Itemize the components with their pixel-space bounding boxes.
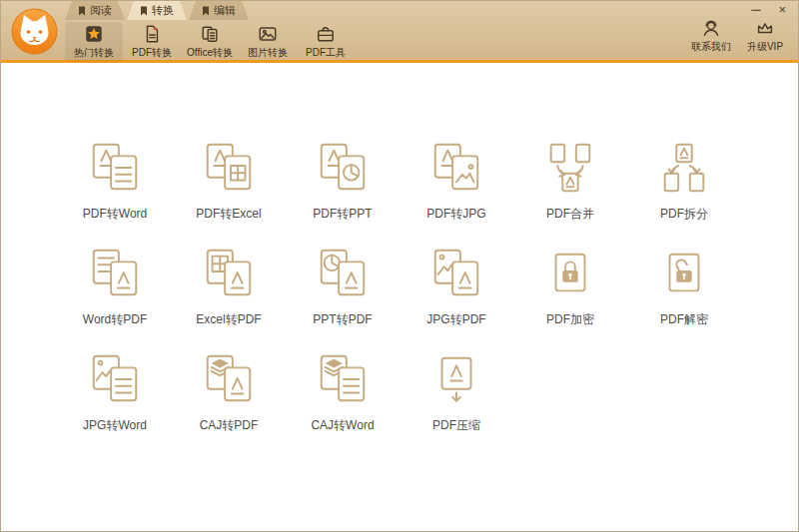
toolbar-item-office-convert[interactable]: Office转换	[181, 22, 239, 62]
window-controls: ─ ×	[751, 3, 786, 16]
pdf-decrypt-icon	[655, 245, 713, 302]
tile-label: CAJ转PDF	[200, 417, 259, 434]
close-button[interactable]: ×	[778, 3, 786, 16]
tile-pdf-to-jpg[interactable]: PDF转JPG	[400, 139, 513, 223]
headset-icon	[701, 18, 721, 38]
jpg-to-word-icon	[86, 350, 144, 408]
toolbar-item-pdf-tools[interactable]: PDF工具	[297, 22, 355, 62]
pdf-to-ppt-icon	[314, 139, 372, 197]
toolbar-item-label: 图片转换	[248, 46, 288, 60]
topbar: 阅读 转换 编辑 热门转换	[1, 1, 798, 63]
toolbar-item-pdf-convert[interactable]: PDF转换	[123, 22, 181, 62]
jpg-to-pdf-icon	[427, 245, 485, 302]
tab-label: 阅读	[90, 3, 112, 18]
tile-label: PDF拆分	[660, 206, 708, 223]
image-convert-icon	[258, 24, 278, 44]
tile-label: PDF转Word	[83, 206, 147, 223]
tile-pdf-to-excel[interactable]: PDF转Excel	[172, 139, 286, 223]
toolbar-item-image-convert[interactable]: 图片转换	[239, 22, 297, 62]
tile-label: PDF压缩	[432, 417, 480, 434]
minimize-button[interactable]: ─	[751, 3, 760, 16]
tile-label: PDF合并	[546, 206, 594, 223]
hot-star-icon	[84, 24, 104, 44]
tile-label: JPG转PDF	[426, 311, 485, 328]
tile-label: CAJ转Word	[311, 417, 374, 434]
contact-us-label: 联系我们	[691, 40, 731, 54]
bookmark-icon	[78, 6, 86, 16]
tab-read[interactable]: 阅读	[65, 1, 125, 20]
tab-label: 转换	[152, 3, 174, 18]
upgrade-vip-button[interactable]: 升级VIP	[738, 16, 792, 56]
tile-pdf-split[interactable]: PDF拆分	[627, 139, 741, 223]
tile-pdf-compress[interactable]: PDF压缩	[400, 350, 513, 434]
tile-label: PDF转PPT	[313, 206, 372, 223]
toolbox-icon	[316, 24, 336, 44]
pdf-to-excel-icon	[200, 139, 258, 197]
toolbar-item-hot-convert[interactable]: 热门转换	[65, 22, 123, 62]
tile-pdf-to-ppt[interactable]: PDF转PPT	[286, 139, 400, 223]
excel-to-pdf-icon	[200, 245, 258, 302]
app-logo[interactable]	[11, 8, 58, 55]
tile-label: PDF解密	[660, 311, 708, 328]
tile-label: PPT转PDF	[313, 311, 372, 328]
office-convert-icon	[200, 24, 220, 44]
tab-edit[interactable]: 编辑	[189, 1, 249, 20]
tile-label: PDF加密	[546, 311, 594, 328]
pdf-compress-icon	[427, 350, 485, 408]
pdf-merge-icon	[541, 139, 599, 197]
tile-caj-to-pdf[interactable]: CAJ转PDF	[172, 350, 286, 434]
toolbar-item-label: PDF转换	[132, 46, 172, 60]
tile-pdf-decrypt[interactable]: PDF解密	[627, 245, 741, 328]
right-actions: 联系我们 升级VIP	[684, 16, 792, 56]
pdf-to-word-icon	[86, 139, 144, 197]
bookmark-icon	[202, 6, 210, 16]
tile-label: JPG转Word	[83, 417, 147, 434]
tile-label: Excel转PDF	[196, 311, 261, 328]
tab-convert[interactable]: 转换	[127, 1, 187, 20]
tile-pdf-to-word[interactable]: PDF转Word	[58, 139, 172, 223]
tile-excel-to-pdf[interactable]: Excel转PDF	[172, 245, 286, 328]
bookmark-icon	[140, 6, 148, 16]
word-to-pdf-icon	[86, 245, 144, 302]
contact-us-button[interactable]: 联系我们	[684, 16, 738, 56]
pdf-split-icon	[655, 139, 713, 197]
tile-pdf-merge[interactable]: PDF合并	[513, 139, 627, 223]
tile-caj-to-word[interactable]: CAJ转Word	[286, 350, 400, 434]
app-window: 阅读 转换 编辑 热门转换	[0, 0, 799, 532]
pdf-encrypt-icon	[541, 245, 599, 302]
conversion-grid: PDF转Word PDF转Excel PDF转PPT	[1, 63, 798, 434]
tile-jpg-to-pdf[interactable]: JPG转PDF	[400, 245, 513, 328]
pdf-to-jpg-icon	[427, 139, 485, 197]
caj-to-word-icon	[314, 350, 372, 408]
tile-pdf-encrypt[interactable]: PDF加密	[513, 245, 627, 328]
tile-label: PDF转JPG	[426, 206, 485, 223]
tile-label: PDF转Excel	[196, 206, 261, 223]
ppt-to-pdf-icon	[314, 245, 372, 302]
toolbar-item-label: 热门转换	[74, 46, 114, 60]
tile-jpg-to-word[interactable]: JPG转Word	[58, 350, 172, 434]
upgrade-vip-label: 升级VIP	[747, 40, 783, 54]
tile-label: Word转PDF	[83, 311, 147, 328]
cat-logo-icon	[11, 8, 58, 55]
pdf-convert-icon	[142, 24, 162, 44]
tab-label: 编辑	[214, 3, 236, 18]
tile-ppt-to-pdf[interactable]: PPT转PDF	[286, 245, 400, 328]
toolbar-item-label: PDF工具	[306, 46, 346, 60]
topbar-right: ─ × 联系我们 升级VIP	[684, 3, 792, 56]
tile-word-to-pdf[interactable]: Word转PDF	[58, 245, 172, 328]
caj-to-pdf-icon	[200, 350, 258, 408]
crown-icon	[755, 18, 775, 38]
toolbar-item-label: Office转换	[187, 46, 233, 60]
